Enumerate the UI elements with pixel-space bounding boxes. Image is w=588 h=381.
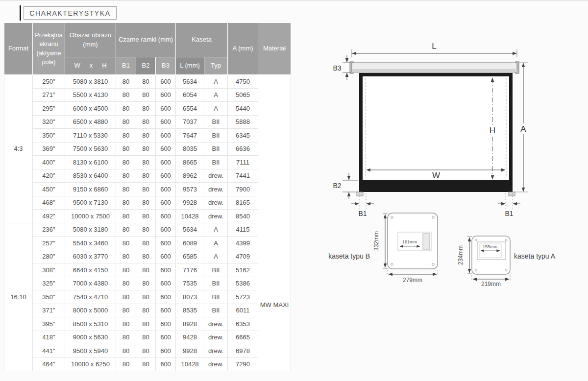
diagonal-cell: 468'' xyxy=(33,196,65,210)
material-cell: MW MAXI xyxy=(258,75,291,371)
l-mm-cell: 5634 xyxy=(176,223,204,237)
typ-cell: drew. xyxy=(204,196,228,210)
b2-cell: 80 xyxy=(136,88,156,102)
l-mm-cell: 9928 xyxy=(176,344,204,358)
table-row: 395''8500 x 531080806008928drew.6353 xyxy=(4,317,291,331)
cassette-b-height-label: 332mm xyxy=(373,231,380,251)
header-h: H xyxy=(102,61,106,71)
b1-cell: 80 xyxy=(116,169,136,183)
a-mm-cell: 4115 xyxy=(228,223,258,237)
l-mm-cell: 10428 xyxy=(176,210,204,223)
l-mm-cell: 8035 xyxy=(176,142,204,156)
table-row: 308''6640 x 415080806007176BII5162 xyxy=(4,263,291,277)
dim-label-A: A xyxy=(520,124,526,134)
l-mm-cell: 6054 xyxy=(176,88,204,102)
b3-cell: 600 xyxy=(156,304,176,317)
b2-cell: 80 xyxy=(136,304,156,317)
diagonal-cell: 236'' xyxy=(33,223,65,237)
b1-cell: 80 xyxy=(116,196,136,210)
l-mm-cell: 9428 xyxy=(176,331,204,344)
l-mm-cell: 8073 xyxy=(176,290,204,304)
image-area-cell: 5080 x 3180 xyxy=(65,223,116,237)
b3-cell: 600 xyxy=(156,237,176,250)
table-row: 369''7500 x 563080806008035BII6636 xyxy=(4,142,291,156)
l-mm-cell: 8928 xyxy=(176,317,204,331)
b2-cell: 80 xyxy=(136,223,156,237)
b1-cell: 80 xyxy=(116,142,136,156)
b2-cell: 80 xyxy=(136,102,156,116)
b3-cell: 600 xyxy=(156,129,176,143)
a-mm-cell: 5386 xyxy=(228,277,258,290)
table-row: 350''7110 x 533080806007647BII6345 xyxy=(4,129,291,143)
header-kaseta: Kaseta xyxy=(176,23,228,57)
b2-cell: 80 xyxy=(136,183,156,196)
b1-cell: 80 xyxy=(116,102,136,116)
table-row: 295''6000 x 450080806006554A5440 xyxy=(4,102,291,116)
characteristics-page: CHARAKTERYSTYKA Format Przekątna ekranu … xyxy=(0,0,588,381)
l-mm-cell: 7535 xyxy=(176,277,204,290)
b3-cell: 600 xyxy=(156,102,176,116)
b3-cell: 600 xyxy=(156,169,176,183)
cassette-b-width-label: 279mm xyxy=(403,277,422,284)
image-area-cell: 8130 x 6100 xyxy=(65,156,116,169)
typ-cell: A xyxy=(204,102,228,116)
a-mm-cell: 6345 xyxy=(228,129,258,143)
image-area-cell: 8000 x 5000 xyxy=(65,304,116,317)
diagonal-cell: 257'' xyxy=(33,237,65,250)
image-area-cell: 9150 x 6860 xyxy=(65,183,116,196)
image-area-cell: 5500 x 4130 xyxy=(65,88,116,102)
typ-cell: A xyxy=(204,88,228,102)
b3-cell: 600 xyxy=(156,277,176,290)
a-mm-cell: 7111 xyxy=(228,156,258,169)
header-l-mm: L (mm) xyxy=(176,57,204,75)
cassette-bar xyxy=(350,62,519,73)
b1-cell: 80 xyxy=(116,357,136,371)
diagonal-cell: 418'' xyxy=(33,331,65,344)
diagonal-cell: 295'' xyxy=(33,102,65,116)
spec-table-header: Format Przekątna ekranu (aktywne pole) O… xyxy=(4,23,291,75)
b1-cell: 80 xyxy=(116,263,136,277)
tab-charakterystyka[interactable]: CHARAKTERYSTYKA xyxy=(24,6,117,20)
table-row: 418''9000 x 563080806009428drew.6665 xyxy=(4,331,291,344)
header-w: W xyxy=(74,61,80,71)
b3-cell: 600 xyxy=(156,263,176,277)
image-area-cell: 7110 x 5330 xyxy=(65,129,116,143)
b1-cell: 80 xyxy=(116,304,136,317)
page-title: CHARAKTERYSTYKA xyxy=(29,9,110,17)
cassette-a-width-label: 219mm xyxy=(481,281,501,287)
diagonal-cell: 350'' xyxy=(33,129,65,143)
image-area-cell: 7500 x 5630 xyxy=(65,142,116,156)
l-mm-cell: 9573 xyxy=(176,183,204,196)
diagonal-cell: 395'' xyxy=(33,317,65,331)
a-mm-cell: 4750 xyxy=(228,75,258,89)
l-mm-cell: 7037 xyxy=(176,115,204,129)
header-w-x-h: W x H xyxy=(65,57,116,75)
b3-cell: 600 xyxy=(156,317,176,331)
table-row: 257''5540 x 346080806006089A4399 xyxy=(4,237,291,250)
dim-label-B1-right: B1 xyxy=(505,210,513,217)
table-row: 350''7540 x 471080806008073BII5723 xyxy=(4,290,291,304)
table-row: 492''10000 x 7500808060010428drew.8540 xyxy=(4,210,291,223)
b2-cell: 80 xyxy=(136,263,156,277)
a-mm-cell: 5888 xyxy=(228,115,258,129)
header-b1: B1 xyxy=(116,57,136,75)
b3-cell: 600 xyxy=(156,183,176,196)
l-mm-cell: 8962 xyxy=(176,169,204,183)
l-mm-cell: 8535 xyxy=(176,304,204,317)
typ-cell: BII xyxy=(204,277,228,290)
dim-B3-lines xyxy=(343,55,351,80)
b2-cell: 80 xyxy=(136,331,156,344)
header-black-frames: Czarne ramki (mm) xyxy=(116,23,176,57)
table-row: 16:10236''5080 x 318080806005634A4115 xyxy=(4,223,291,237)
a-mm-cell: 4399 xyxy=(228,237,258,250)
header-b2: B2 xyxy=(136,57,156,75)
typ-cell: drew. xyxy=(204,183,228,196)
diagonal-cell: 400'' xyxy=(33,156,65,169)
title-accent-bar xyxy=(20,5,21,21)
header-b3: B3 xyxy=(156,57,176,75)
b1-cell: 80 xyxy=(116,115,136,129)
a-mm-cell: 8165 xyxy=(228,196,258,210)
l-mm-cell: 5634 xyxy=(176,75,204,89)
table-row: 468''9500 x 713080806009928drew.8165 xyxy=(4,196,291,210)
typ-cell: BII xyxy=(204,290,228,304)
